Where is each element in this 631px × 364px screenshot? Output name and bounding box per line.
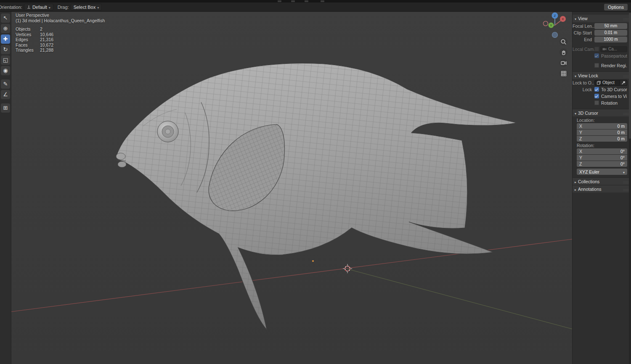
panel-grip-icon[interactable] [623, 16, 629, 21]
to-3d-cursor-checkbox[interactable] [594, 87, 599, 92]
local-camera-checkbox[interactable] [594, 47, 599, 51]
zoom-icon[interactable] [559, 38, 567, 46]
clip-end-field[interactable]: 1000 m [594, 37, 627, 42]
measure-tool-icon[interactable]: ∠ [1, 90, 10, 99]
view-perspective-label: User Perspective [16, 13, 105, 18]
window-top-strip [0, 0, 631, 3]
camera-to-view-row: Camera to Vi... [573, 93, 627, 99]
cursor-panel-header[interactable]: 3D Cursor [573, 109, 631, 116]
collections-panel-header[interactable]: Collections [573, 177, 631, 185]
move-tool-icon[interactable]: ✚ [1, 34, 10, 44]
topstrip-icon [305, 0, 308, 2]
pan-hand-icon[interactable] [559, 48, 567, 56]
scale-tool-icon[interactable]: ◱ [1, 55, 10, 65]
cursor-rotation-label: Rotation: [577, 143, 631, 148]
scene-collection-label: (1) 3d model | Holacanthus_Queen_Angelfi… [16, 18, 105, 24]
cursor-location-label: Location: [577, 118, 631, 123]
view-panel-header[interactable]: View [573, 15, 631, 22]
chevron-down-icon [575, 16, 576, 21]
object-origin-dot [312, 260, 314, 262]
cube-icon [597, 81, 601, 85]
orientation-label: Orientation: [0, 5, 22, 10]
select-box-tool-icon[interactable]: ↖ [1, 13, 10, 23]
clip-start-field[interactable]: 0.01 m [594, 30, 627, 36]
viewport-info-overlay: User Perspective (1) 3d model | Holacant… [16, 13, 105, 53]
view-lock-panel-header[interactable]: View Lock [573, 71, 631, 79]
topstrip-icon [278, 0, 281, 2]
chevron-down-icon [575, 111, 576, 116]
passepartout-checkbox[interactable] [594, 53, 599, 58]
focal-length-field[interactable]: 50 mm [594, 23, 627, 29]
navigation-gizmo[interactable]: Z Y X [542, 12, 568, 40]
eyedropper-icon[interactable] [620, 80, 627, 86]
panel-grip-icon[interactable] [623, 179, 629, 184]
options-button[interactable]: Options [604, 4, 628, 11]
sidebar-scrollbar[interactable] [629, 12, 631, 364]
clip-start-row: Clip Start 0.01 m [573, 29, 627, 36]
stat-objects: Objects 2 [16, 26, 105, 32]
gizmo-z-label: Z [554, 14, 556, 18]
cursor-rotation-y[interactable]: Y 0° [577, 155, 627, 161]
focal-length-row: Focal Len... 50 mm [573, 23, 627, 29]
panel-grip-icon[interactable] [623, 73, 629, 78]
panel-grip-icon[interactable] [623, 187, 629, 192]
chevron-down-icon [49, 5, 50, 10]
fish-eye [157, 121, 178, 142]
chevron-right-icon [575, 187, 576, 192]
stat-triangles: Triangles 21,288 [16, 47, 105, 53]
euler-order-dropdown[interactable]: XYZ Euler [577, 169, 627, 175]
render-region-checkbox[interactable] [594, 63, 599, 68]
viewport-nav-buttons [559, 38, 567, 77]
lock-3d-cursor-row: Lock To 3D Cursor [573, 86, 627, 92]
drag-label: Drag: [58, 5, 69, 10]
viewport-header: Orientation: Default Drag: Select Box Op… [0, 3, 631, 12]
scrollbar-thumb[interactable] [629, 13, 631, 139]
cursor-3d[interactable] [343, 264, 352, 273]
fish-model[interactable] [116, 63, 517, 330]
scene-svg [0, 0, 631, 364]
world-axes [0, 239, 631, 345]
local-camera-field[interactable]: Ca... [600, 46, 627, 52]
stat-faces: Faces 10,672 [16, 42, 105, 48]
add-cube-tool-icon[interactable]: ⊞ [1, 103, 10, 113]
chevron-down-icon [575, 73, 576, 78]
topstrip-icon [291, 0, 295, 2]
lock-rotation-checkbox[interactable] [594, 100, 599, 105]
orientation-dropdown[interactable]: Default [24, 4, 53, 11]
cursor-rotation-z[interactable]: Z 0° [577, 161, 627, 167]
topstrip-icon [321, 0, 324, 2]
drag-dropdown[interactable]: Select Box [71, 4, 102, 11]
camera-icon [602, 47, 607, 51]
gizmo-x-label: X [562, 17, 564, 21]
chevron-down-icon [97, 5, 99, 10]
tool-bar: ↖ ⊕ ✚ ↻ ◱ ◉ ✎ ∠ ⊞ [0, 12, 11, 364]
stat-edges: Edges 21,316 [16, 37, 105, 42]
local-camera-row: Local Cam... Ca... [573, 46, 627, 52]
lock-object-field[interactable]: Object [594, 80, 620, 86]
annotate-tool-icon[interactable]: ✎ [1, 79, 10, 89]
transform-tool-icon[interactable]: ◉ [1, 66, 10, 75]
clip-end-row: End 1000 m [573, 36, 627, 42]
gizmo-y-label: Y [550, 24, 552, 27]
viewport-3d-scene[interactable] [0, 0, 631, 364]
blender-window: User Perspective (1) 3d model | Holacant… [0, 0, 631, 364]
camera-to-view-checkbox[interactable] [594, 94, 599, 98]
lock-to-object-row: Lock to O... Object [573, 79, 627, 86]
annotations-panel-header[interactable]: Annotations [573, 185, 631, 193]
ortho-toggle-icon[interactable] [559, 69, 567, 77]
cursor-location-x[interactable]: X 0 m [577, 123, 627, 129]
lock-rotation-row: Rotation [573, 100, 627, 106]
render-region-row: Render Regi... [573, 62, 627, 69]
panel-grip-icon[interactable] [623, 111, 629, 116]
rotate-tool-icon[interactable]: ↻ [1, 45, 10, 54]
n-panel-sidebar: View Focal Len... 50 mm Clip Start 0.01 … [572, 12, 631, 364]
chevron-right-icon [575, 179, 576, 184]
camera-view-icon[interactable] [559, 59, 567, 67]
stat-vertices: Vertices 10,646 [16, 32, 105, 37]
cursor-tool-icon[interactable]: ⊕ [1, 24, 10, 33]
cursor-location-y[interactable]: Y 0 m [577, 129, 627, 135]
cursor-location-z[interactable]: Z 0 m [577, 136, 627, 142]
passepartout-row: Passepartout [573, 53, 627, 59]
cursor-rotation-x[interactable]: X 0° [577, 148, 627, 154]
orientation-icon [27, 5, 31, 9]
